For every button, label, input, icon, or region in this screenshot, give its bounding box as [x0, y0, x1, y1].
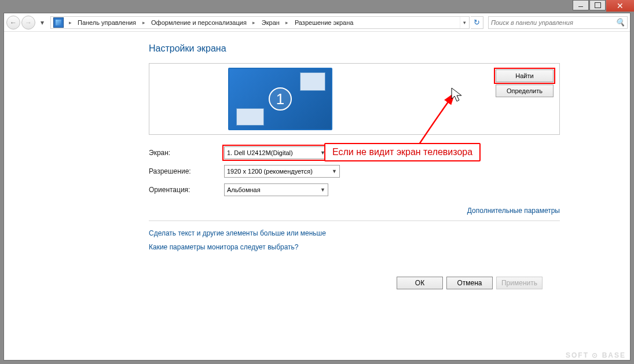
chevron-down-icon: ▼	[332, 168, 337, 174]
display-label: Экран:	[149, 149, 224, 157]
breadcrumb[interactable]: Панель управления Оформление и персонали…	[50, 16, 470, 29]
display-value: 1. Dell U2412M(Digital)	[227, 149, 293, 156]
monitor-number-badge: 1	[269, 87, 292, 111]
annotation-callout: Если не видит экран телевизора	[324, 143, 481, 161]
forward-button[interactable]: →	[21, 16, 35, 30]
close-button[interactable]: ✕	[606, 0, 634, 12]
content-area: Настройки экрана 1 Найти Определить Экра…	[4, 32, 630, 360]
crumb-control-panel[interactable]: Панель управления	[74, 17, 140, 28]
monitor-preview[interactable]: 1	[228, 68, 332, 130]
preview-window-icon	[300, 72, 325, 91]
chevron-right-icon[interactable]	[250, 20, 258, 25]
search-box[interactable]: 🔍	[488, 16, 628, 29]
which-monitor-link[interactable]: Какие параметры монитора следует выбрать…	[149, 243, 560, 251]
text-size-link[interactable]: Сделать текст и другие элементы больше и…	[149, 229, 560, 237]
chevron-right-icon[interactable]	[283, 20, 291, 25]
search-input[interactable]	[491, 19, 613, 26]
breadcrumb-dropdown[interactable]: ▾	[460, 17, 469, 28]
apply-button: Применить	[496, 277, 543, 289]
resolution-value: 1920 x 1200 (рекомендуется)	[227, 168, 313, 175]
chevron-right-icon[interactable]	[140, 20, 148, 25]
display-select[interactable]: 1. Dell U2412M(Digital) ▼	[224, 146, 328, 159]
chevron-down-icon: ▼	[320, 187, 325, 193]
divider	[149, 220, 560, 221]
detect-button[interactable]: Найти	[496, 69, 554, 82]
search-icon[interactable]: 🔍	[615, 18, 625, 27]
identify-button[interactable]: Определить	[496, 84, 554, 97]
preview-taskbar-icon	[236, 108, 264, 126]
page-title: Настройки экрана	[149, 43, 560, 54]
navbar: ← → ▾ Панель управления Оформление и пер…	[4, 13, 630, 32]
up-button[interactable]: ▾	[36, 17, 48, 28]
crumb-appearance[interactable]: Оформление и персонализация	[148, 17, 250, 28]
crumb-resolution[interactable]: Разрешение экрана	[291, 17, 357, 28]
resolution-select[interactable]: 1920 x 1200 (рекомендуется) ▼	[224, 165, 340, 178]
refresh-button[interactable]: ↻	[471, 16, 483, 29]
minimize-button[interactable]	[573, 0, 589, 10]
dialog-button-row: ОК Отмена Применить	[149, 277, 560, 289]
maximize-button[interactable]	[589, 0, 606, 10]
cancel-button[interactable]: Отмена	[446, 277, 493, 289]
display-preview-box: 1 Найти Определить	[149, 63, 560, 135]
orientation-label: Ориентация:	[149, 186, 224, 194]
window-frame: ✕ ← → ▾ Панель управления Оформление и п…	[0, 0, 634, 364]
chevron-right-icon[interactable]	[66, 20, 74, 25]
resolution-label: Разрешение:	[149, 167, 224, 175]
crumb-display[interactable]: Экран	[258, 17, 283, 28]
ok-button[interactable]: ОК	[397, 277, 443, 289]
control-panel-icon	[53, 17, 64, 28]
back-button[interactable]: ←	[6, 16, 20, 30]
orientation-value: Альбомная	[227, 186, 261, 193]
orientation-select[interactable]: Альбомная ▼	[224, 183, 328, 196]
titlebar: ✕	[0, 0, 634, 13]
window-body: ← → ▾ Панель управления Оформление и пер…	[3, 13, 631, 361]
advanced-settings-link[interactable]: Дополнительные параметры	[467, 207, 560, 215]
